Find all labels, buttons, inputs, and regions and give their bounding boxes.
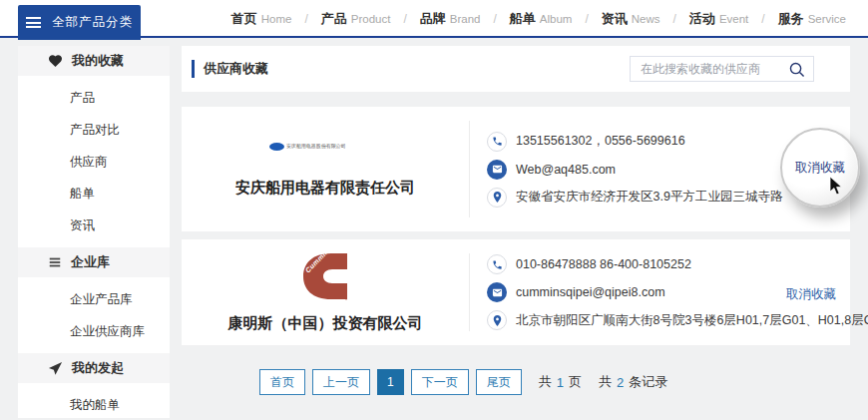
email-icon: [487, 282, 507, 302]
phone-value: 010-86478888 86-400-8105252: [516, 257, 691, 271]
email-value: Web@aq485.com: [516, 163, 616, 177]
nav-item-event[interactable]: 活动Event: [689, 10, 748, 28]
cursor-pointer-icon: [829, 177, 843, 196]
unfavorite-button[interactable]: 取消收藏: [780, 128, 860, 208]
sidebar-item-company-products[interactable]: 企业产品库: [18, 283, 170, 315]
sidebar-section-company-library: 企业库: [18, 247, 170, 277]
supplier-name: 安庆船用电器有限责任公司: [235, 179, 415, 198]
nav-separator: /: [493, 12, 496, 26]
sidebar-list-initiations: 我的船单: [18, 383, 170, 420]
nav-separator: /: [403, 12, 406, 26]
logo-oval-icon: [269, 143, 284, 151]
heart-icon: [48, 54, 63, 68]
cummins-logo: Cummins: [302, 252, 348, 300]
phone-icon: [487, 254, 507, 274]
nav-item-product[interactable]: 产品Product: [321, 10, 391, 28]
sidebar-section-my-initiations: 我的发起: [18, 353, 170, 383]
email-icon: [487, 160, 507, 180]
title-panel: 供应商收藏: [182, 46, 850, 92]
location-icon: [487, 188, 507, 208]
all-categories-label: 全部产品分类: [52, 14, 133, 31]
sidebar-item-albums[interactable]: 船单: [18, 178, 170, 210]
sidebar-item-product-compare[interactable]: 产品对比: [18, 114, 170, 146]
nav-item-album[interactable]: 船单Album: [510, 10, 573, 28]
sidebar-item-products[interactable]: 产品: [18, 82, 170, 114]
search-icon[interactable]: [788, 61, 805, 78]
top-header: 全部产品分类 首页Home / 产品Product / 品牌Brand / 船单…: [0, 0, 868, 38]
nav-item-brand[interactable]: 品牌Brand: [420, 10, 481, 28]
nav-separator: /: [585, 12, 588, 26]
address-row: 北京市朝阳区广顺南大街8号院3号楼6层H01,7层G01、H01,8层G01、H…: [487, 310, 850, 330]
sidebar-section-favorites: 我的收藏: [18, 46, 170, 76]
nav-item-service[interactable]: 服务Service: [778, 10, 846, 28]
list-icon: [48, 255, 62, 269]
sidebar-section-title: 我的收藏: [72, 52, 124, 70]
sidebar-item-suppliers[interactable]: 供应商: [18, 146, 170, 178]
pagination-summary: 共 1 页 共 2 条记录: [539, 373, 672, 391]
sidebar-list-favorites: 产品 产品对比 供应商 船单 资讯: [18, 76, 170, 247]
sidebar-item-company-suppliers[interactable]: 企业供应商库: [18, 315, 170, 347]
sidebar-section-title: 企业库: [71, 253, 110, 271]
supplier-card: 安庆船用电器股份有限公司 安庆船用电器有限责任公司 13515561302，05…: [182, 107, 850, 231]
nav-separator: /: [673, 12, 676, 26]
email-value: cumminsqipei@qipei8.com: [516, 285, 665, 299]
supplier-identity: Cummins 康明斯（中国）投资有限公司: [182, 239, 469, 345]
nav-separator: /: [761, 12, 764, 26]
phone-value: 13515561302，0556-5699616: [516, 133, 685, 150]
nav-item-home[interactable]: 首页Home: [231, 10, 292, 28]
phone-row: 010-86478888 86-400-8105252: [487, 254, 850, 274]
supplier-logo: 安庆船用电器股份有限公司: [269, 141, 382, 152]
sidebar-section-title: 我的发起: [72, 359, 124, 377]
unfavorite-button-label: 取消收藏: [795, 160, 845, 177]
sidebar-item-news[interactable]: 资讯: [18, 210, 170, 241]
sidebar-item-my-albums[interactable]: 我的船单: [18, 389, 170, 420]
sidebar-list-company: 企业产品库 企业供应商库: [18, 277, 170, 353]
nav-item-news[interactable]: 资讯News: [602, 10, 660, 28]
supplier-card: Cummins 康明斯（中国）投资有限公司 010-86478888 86-40…: [182, 239, 850, 345]
pagination-next-button[interactable]: 下一页: [411, 369, 469, 395]
sidebar: 我的收藏 产品 产品对比 供应商 船单 资讯 企业库 企业产品库 企业供应商库 …: [18, 46, 170, 418]
pagination-page-1[interactable]: 1: [377, 369, 404, 395]
supplier-name: 康明斯（中国）投资有限公司: [228, 314, 423, 333]
pagination: 首页 上一页 1 下一页 尾页 共 1 页 共 2 条记录: [259, 369, 850, 395]
logo-text: 安庆船用电器股份有限公司: [286, 143, 346, 150]
page-title: 供应商收藏: [192, 60, 268, 78]
unfavorite-link[interactable]: 取消收藏: [786, 286, 836, 303]
phone-icon: [487, 132, 507, 152]
nav-separator: /: [304, 12, 307, 26]
all-categories-button[interactable]: 全部产品分类: [18, 5, 141, 40]
pagination-first-button[interactable]: 首页: [259, 369, 305, 395]
main-content: 供应商收藏 安庆船用电器股份有限公司 安庆船用电器有限责任公司 13515561…: [182, 46, 850, 410]
supplier-search-box: [630, 56, 814, 82]
supplier-search-input[interactable]: [639, 61, 788, 77]
address-value: 北京市朝阳区广顺南大街8号院3号楼6层H01,7层G01、H01,8层G01、H…: [516, 312, 868, 329]
address-value: 安徽省安庆市经济开发区3.9平方工业园三城寺路: [516, 189, 782, 206]
pagination-last-button[interactable]: 尾页: [476, 369, 522, 395]
pagination-prev-button[interactable]: 上一页: [312, 369, 370, 395]
supplier-identity: 安庆船用电器股份有限公司 安庆船用电器有限责任公司: [182, 107, 469, 231]
total-pages-count: 1: [557, 375, 564, 390]
paper-plane-icon: [48, 361, 63, 376]
total-records-count: 2: [617, 375, 624, 390]
location-icon: [487, 310, 507, 330]
main-nav: 首页Home / 产品Product / 品牌Brand / 船单Album /…: [231, 0, 846, 38]
page-body: 我的收藏 产品 产品对比 供应商 船单 资讯 企业库 企业产品库 企业供应商库 …: [0, 38, 868, 410]
menu-icon: [26, 15, 41, 31]
